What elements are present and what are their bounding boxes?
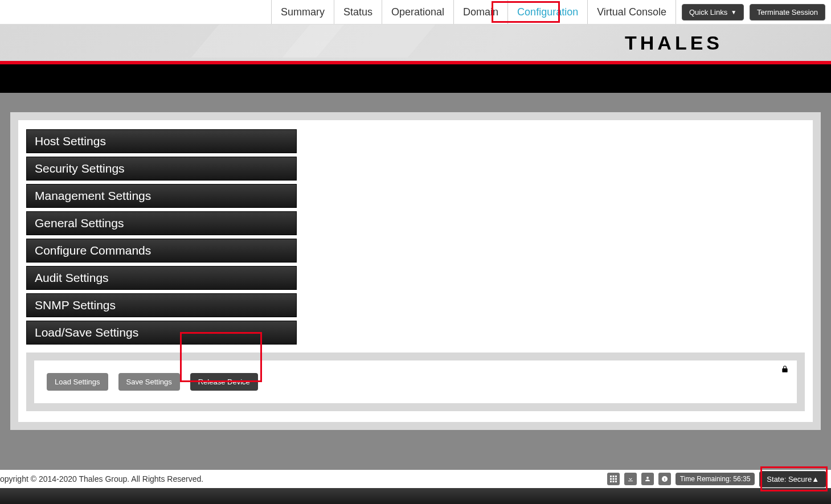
- quick-links-button[interactable]: Quick Links ▼: [682, 4, 744, 21]
- footer-right: i Time Remaining: 56:35 State: Secure ▲: [607, 471, 826, 487]
- tab-status[interactable]: Status: [334, 0, 382, 24]
- sidebar-item-label: SNMP Settings: [35, 298, 116, 312]
- user-icon[interactable]: [641, 473, 654, 485]
- top-nav-bar: Summary Status Operational Domain Config…: [0, 0, 831, 24]
- svg-rect-1: [612, 476, 614, 477]
- tab-label: Status: [343, 6, 372, 18]
- tab-label: Summary: [281, 6, 325, 18]
- tab-summary[interactable]: Summary: [271, 0, 334, 24]
- footer: opyright © 2014-2020 Thales Group. All R…: [0, 470, 831, 504]
- sidebar-item-host-settings[interactable]: Host Settings: [26, 129, 297, 153]
- tab-label: Domain: [463, 6, 498, 18]
- load-settings-button[interactable]: Load Settings: [47, 373, 108, 391]
- svg-rect-4: [612, 478, 614, 480]
- quick-links-label: Quick Links: [689, 8, 727, 17]
- sidebar-item-label: Management Settings: [35, 189, 151, 202]
- sidebar-item-management-settings[interactable]: Management Settings: [26, 184, 297, 208]
- sidebar-item-label: Load/Save Settings: [35, 326, 138, 339]
- tab-operational[interactable]: Operational: [382, 0, 453, 24]
- sidebar-item-label: Configure Commands: [35, 244, 151, 257]
- black-strip: [0, 64, 831, 93]
- svg-text:i: i: [664, 477, 665, 481]
- settings-accordion: Host Settings Security Settings Manageme…: [26, 129, 297, 345]
- tab-label: Configuration: [517, 6, 578, 18]
- state-label: State: Secure: [767, 475, 812, 483]
- sidebar-item-load-save-settings[interactable]: Load/Save Settings: [26, 321, 297, 345]
- sidebar-item-snmp-settings[interactable]: SNMP Settings: [26, 293, 297, 317]
- button-label: Load Settings: [55, 378, 100, 386]
- svg-rect-7: [612, 481, 614, 482]
- inner-card: Host Settings Security Settings Manageme…: [18, 120, 813, 422]
- sidebar-item-configure-commands[interactable]: Configure Commands: [26, 239, 297, 263]
- sidebar-item-general-settings[interactable]: General Settings: [26, 211, 297, 235]
- tab-domain[interactable]: Domain: [453, 0, 507, 24]
- brand-banner: THALES: [0, 24, 831, 64]
- button-label: Save Settings: [126, 378, 172, 386]
- download-icon[interactable]: [624, 473, 637, 485]
- brand-logo: THALES: [625, 32, 723, 54]
- time-value: 56:35: [733, 475, 750, 483]
- terminate-label: Terminate Session: [757, 8, 818, 17]
- tab-configuration[interactable]: Configuration: [507, 0, 587, 24]
- tab-label: Operational: [391, 6, 444, 18]
- grid-icon[interactable]: [607, 473, 620, 485]
- svg-rect-0: [610, 476, 612, 477]
- action-inner: Load Settings Save Settings Release Devi…: [34, 360, 797, 403]
- svg-rect-2: [615, 476, 617, 477]
- tab-label: Virtual Console: [597, 6, 666, 18]
- nav-tabs: Summary Status Operational Domain Config…: [271, 0, 676, 24]
- time-label: Time Remaining:: [680, 475, 731, 483]
- sidebar-item-label: Security Settings: [35, 162, 125, 175]
- sidebar-item-security-settings[interactable]: Security Settings: [26, 157, 297, 181]
- caret-up-icon: ▲: [812, 475, 819, 483]
- page-body: Host Settings Security Settings Manageme…: [0, 112, 831, 489]
- time-remaining-badge: Time Remaining: 56:35: [676, 473, 755, 485]
- caret-down-icon: ▼: [731, 9, 736, 15]
- footer-bottom-strip: [0, 488, 831, 504]
- sidebar-item-audit-settings[interactable]: Audit Settings: [26, 266, 297, 290]
- svg-rect-8: [615, 481, 617, 482]
- sidebar-item-label: Host Settings: [35, 134, 106, 147]
- action-panel: Load Settings Save Settings Release Devi…: [26, 353, 805, 411]
- copyright-text: opyright © 2014-2020 Thales Group. All R…: [0, 474, 203, 483]
- sidebar-item-label: General Settings: [35, 216, 124, 230]
- svg-rect-6: [610, 481, 612, 482]
- sidebar-item-label: Audit Settings: [35, 271, 109, 284]
- svg-rect-5: [615, 478, 617, 480]
- lock-icon: [781, 365, 789, 375]
- state-secure-button[interactable]: State: Secure ▲: [759, 471, 826, 487]
- save-settings-button[interactable]: Save Settings: [118, 373, 180, 391]
- tab-virtual-console[interactable]: Virtual Console: [587, 0, 676, 24]
- release-device-button[interactable]: Release Device: [190, 373, 258, 391]
- terminate-session-button[interactable]: Terminate Session: [750, 4, 825, 21]
- outer-card: Host Settings Security Settings Manageme…: [10, 112, 821, 430]
- svg-rect-3: [610, 478, 612, 480]
- footer-content: opyright © 2014-2020 Thales Group. All R…: [0, 470, 831, 488]
- info-icon[interactable]: i: [658, 473, 671, 485]
- button-label: Release Device: [198, 378, 250, 386]
